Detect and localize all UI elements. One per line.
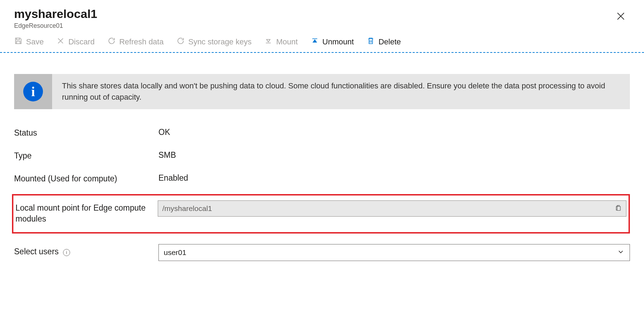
chevron-down-icon <box>617 248 625 257</box>
header-text: mysharelocal1 EdgeResource01 <box>14 7 614 30</box>
mounted-label: Mounted (Used for compute) <box>14 171 158 184</box>
info-tooltip-icon[interactable]: i <box>63 249 70 256</box>
sync-icon <box>176 37 185 47</box>
unmount-label: Unmount <box>323 37 354 46</box>
delete-button[interactable]: Delete <box>367 37 401 47</box>
mount-point-value: /mysharelocal1 <box>162 204 615 213</box>
mounted-value: Enabled <box>158 171 630 183</box>
mount-point-field: /mysharelocal1 <box>158 200 626 217</box>
share-details-panel: mysharelocal1 EdgeResource01 Save Discar… <box>0 0 644 317</box>
mount-point-row: Local mount point for Edge compute modul… <box>12 194 630 234</box>
users-value: user01 <box>164 248 617 257</box>
type-row: Type SMB <box>14 148 630 161</box>
users-row: Select users i user01 <box>14 244 630 261</box>
sync-button[interactable]: Sync storage keys <box>176 37 252 47</box>
save-button[interactable]: Save <box>14 37 44 47</box>
unmount-button[interactable]: Unmount <box>311 37 354 47</box>
panel-header: mysharelocal1 EdgeResource01 <box>0 0 644 34</box>
users-label-text: Select users <box>14 247 59 256</box>
type-value: SMB <box>158 148 630 160</box>
type-label: Type <box>14 148 158 161</box>
panel-title: mysharelocal1 <box>14 7 614 21</box>
panel-subtitle: EdgeResource01 <box>14 22 614 30</box>
delete-icon <box>367 37 375 47</box>
toolbar: Save Discard Refresh data Sync storage k… <box>0 34 644 53</box>
delete-label: Delete <box>379 37 401 46</box>
copy-button[interactable] <box>615 204 622 213</box>
discard-label: Discard <box>68 37 95 46</box>
status-value: OK <box>158 125 630 137</box>
refresh-button[interactable]: Refresh data <box>107 37 164 47</box>
status-row: Status OK <box>14 125 630 138</box>
mount-icon <box>264 37 273 47</box>
info-icon-wrap: i <box>14 74 52 109</box>
mount-button[interactable]: Mount <box>264 37 298 47</box>
unmount-icon <box>311 37 319 47</box>
status-label: Status <box>14 125 158 138</box>
close-button[interactable] <box>614 9 628 25</box>
discard-button[interactable]: Discard <box>56 37 95 47</box>
users-dropdown[interactable]: user01 <box>158 244 630 261</box>
copy-icon <box>615 204 622 213</box>
save-icon <box>14 37 23 47</box>
mount-label: Mount <box>276 37 298 46</box>
mount-point-label: Local mount point for Edge compute modul… <box>15 200 158 224</box>
svg-rect-0 <box>617 206 620 210</box>
refresh-label: Refresh data <box>119 37 164 46</box>
info-banner-text: This share stores data locally and won't… <box>52 74 630 109</box>
info-icon: i <box>23 82 43 101</box>
save-label: Save <box>26 37 44 46</box>
refresh-icon <box>107 37 116 47</box>
mounted-row: Mounted (Used for compute) Enabled <box>14 171 630 184</box>
users-label: Select users i <box>14 244 158 257</box>
close-icon <box>616 16 626 22</box>
panel-body: i This share stores data locally and won… <box>0 53 644 285</box>
sync-label: Sync storage keys <box>188 37 252 46</box>
info-banner: i This share stores data locally and won… <box>14 74 630 109</box>
discard-icon <box>56 37 65 47</box>
